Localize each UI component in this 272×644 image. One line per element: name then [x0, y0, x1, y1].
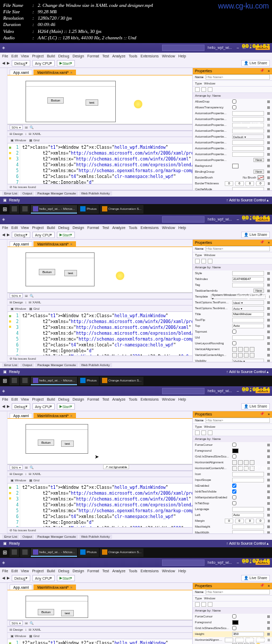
- zoom-icon[interactable]: 🔍: [30, 125, 33, 129]
- prop-marker-icon[interactable]: [267, 141, 270, 144]
- pin-icon[interactable]: 📌: [260, 583, 265, 588]
- prop-input[interactable]: [232, 324, 264, 328]
- prop-marker-icon[interactable]: [267, 278, 270, 281]
- prop-input[interactable]: [232, 117, 264, 122]
- toolbar[interactable]: ◀ ▶ Debug ▾ Any CPU ▾ ▶ Start ▾ 👤 Live S…: [0, 574, 272, 583]
- prop-checkbox[interactable]: [232, 489, 236, 494]
- menu-item[interactable]: Edit: [11, 569, 18, 573]
- props-events-icon[interactable]: [208, 430, 212, 435]
- prop-input[interactable]: [232, 140, 264, 145]
- output-tab[interactable]: Web Publish Activity: [79, 191, 112, 196]
- prop-marker-icon[interactable]: [267, 479, 270, 481]
- prop-marker-icon[interactable]: [267, 354, 270, 357]
- prop-input[interactable]: [232, 335, 264, 340]
- menu-item[interactable]: File: [2, 569, 8, 573]
- output-tab[interactable]: Package Manager Console: [35, 363, 78, 367]
- output-tab[interactable]: Error List: [2, 363, 19, 367]
- prop-marker-icon[interactable]: [267, 290, 270, 292]
- minimize-icon[interactable]: –: [235, 388, 241, 394]
- document-outline[interactable]: ▣ Window ▦ Grid: [7, 306, 192, 312]
- output-tab[interactable]: Output: [20, 191, 34, 196]
- prop-marker-icon[interactable]: [267, 135, 270, 138]
- prop-input[interactable]: [232, 129, 264, 133]
- pin-icon[interactable]: 📌: [260, 412, 265, 416]
- prop-marker-icon[interactable]: [267, 331, 270, 333]
- prop-marker-icon[interactable]: [267, 319, 270, 321]
- prop-input[interactable]: [232, 146, 264, 151]
- prop-new-btn[interactable]: New: [253, 170, 264, 174]
- live-share-button[interactable]: 👤 Live Share: [241, 60, 270, 66]
- menu-item[interactable]: Window: [162, 54, 175, 58]
- start-button-icon[interactable]: ⊞: [1, 206, 8, 213]
- prop-input[interactable]: [232, 152, 264, 157]
- menu-item[interactable]: Help: [178, 569, 186, 573]
- prop-marker-icon[interactable]: [267, 307, 270, 310]
- designer-zoom-bar[interactable]: 50% ▾ ⊞ 🔍: [7, 124, 192, 131]
- prop-marker-icon[interactable]: [267, 621, 270, 624]
- title-search[interactable]: [162, 388, 205, 394]
- menu-item[interactable]: Debug: [58, 226, 70, 230]
- zoom-level[interactable]: 50% ▾: [10, 125, 23, 130]
- prop-input[interactable]: [232, 530, 264, 533]
- left-tool-rail[interactable]: [0, 583, 7, 644]
- start-button[interactable]: ▶ Start ▾: [57, 60, 75, 66]
- windows-taskbar[interactable]: ⊞ hello_wpf_wi... - Micros... Photos Ora…: [0, 547, 272, 558]
- props-cat-icon[interactable]: [195, 602, 200, 607]
- prop-input[interactable]: [232, 312, 264, 317]
- config-dropdown[interactable]: Debug ▾: [12, 232, 30, 238]
- tab-close-icon[interactable]: ×: [70, 586, 72, 589]
- menu-item[interactable]: Design: [72, 54, 84, 58]
- menu-item[interactable]: Build: [47, 226, 55, 230]
- start-button-icon[interactable]: ⊞: [1, 549, 8, 556]
- zoom-level[interactable]: 50% ▾: [10, 293, 23, 298]
- task-orange[interactable]: Orange Automation S...: [100, 205, 143, 214]
- props-sort-icon[interactable]: [201, 87, 206, 92]
- design-button[interactable]: test: [64, 270, 77, 276]
- prop-input[interactable]: [232, 111, 264, 116]
- menu-item[interactable]: View: [21, 569, 29, 573]
- props-name-input[interactable]: [206, 246, 270, 251]
- prop-marker-icon[interactable]: [267, 313, 270, 316]
- designer-mode-bar[interactable]: ⊞ Design ↕ ⊞ XAML: [7, 471, 192, 477]
- menubar[interactable]: FileEditViewProjectBuildDebugDesignForma…: [0, 396, 272, 403]
- prop-dropdown[interactable]: Visible ▾: [232, 359, 264, 362]
- menu-item[interactable]: Project: [32, 226, 44, 230]
- zoom-fit-icon[interactable]: ⊞: [25, 125, 28, 129]
- mode-design[interactable]: Design: [13, 628, 23, 631]
- design-button[interactable]: Button: [47, 97, 64, 104]
- properties-header[interactable]: Properties 📌 ×: [193, 411, 272, 418]
- prop-marker-icon[interactable]: [268, 182, 270, 185]
- panel-close-icon[interactable]: ×: [268, 241, 270, 244]
- props-events-icon[interactable]: [208, 602, 212, 607]
- menu-item[interactable]: Edit: [11, 226, 18, 230]
- menu-item[interactable]: Edit: [11, 54, 18, 58]
- props-cat-icon[interactable]: [195, 87, 200, 92]
- prop-marker-icon[interactable]: [267, 336, 270, 339]
- document-outline[interactable]: ▣ Window ▦ Grid: [7, 633, 192, 639]
- brush-swatch[interactable]: [258, 175, 264, 180]
- toolbar[interactable]: ◀ ▶ Debug ▾ Any CPU ▾ ▶ Start ▾ 👤 Live S…: [0, 403, 272, 411]
- document-outline[interactable]: ▣ Window ▦ Grid: [7, 477, 192, 484]
- menu-item[interactable]: Debug: [58, 54, 70, 58]
- design-button[interactable]: Button: [38, 439, 54, 446]
- menubar[interactable]: FileEditViewProjectBuildDebugDesignForma…: [0, 53, 272, 60]
- tab-app-xaml[interactable]: App.xaml: [10, 584, 32, 590]
- menu-item[interactable]: Extensions: [140, 226, 158, 230]
- prop-dropdown[interactable]: Default ▾: [232, 134, 264, 139]
- tab-close-icon[interactable]: ×: [70, 71, 72, 74]
- menubar[interactable]: FileEditViewProjectBuildDebugDesignForma…: [0, 224, 272, 231]
- config-dropdown[interactable]: Debug ▾: [12, 60, 30, 66]
- arrange-by[interactable]: Arrange by: Name: [193, 436, 272, 442]
- menu-item[interactable]: View: [21, 54, 29, 58]
- tab-close-icon[interactable]: ×: [70, 414, 72, 418]
- code-editor[interactable]: 123456789 t2">class="t1"><Window t2">x:C…: [7, 639, 192, 644]
- menu-item[interactable]: Debug: [58, 569, 70, 573]
- prop-marker-icon[interactable]: [267, 284, 270, 286]
- props-sort-icon[interactable]: [201, 602, 206, 607]
- property-grid[interactable]: StyleTabIndexTagTaskbarItemInfoNewTempla…: [193, 270, 272, 362]
- output-tab[interactable]: Package Manager Console: [35, 535, 78, 539]
- thickness-input[interactable]: [245, 519, 254, 523]
- prop-input[interactable]: [232, 187, 264, 190]
- thickness-input[interactable]: [245, 181, 254, 186]
- task-search[interactable]: [10, 377, 19, 385]
